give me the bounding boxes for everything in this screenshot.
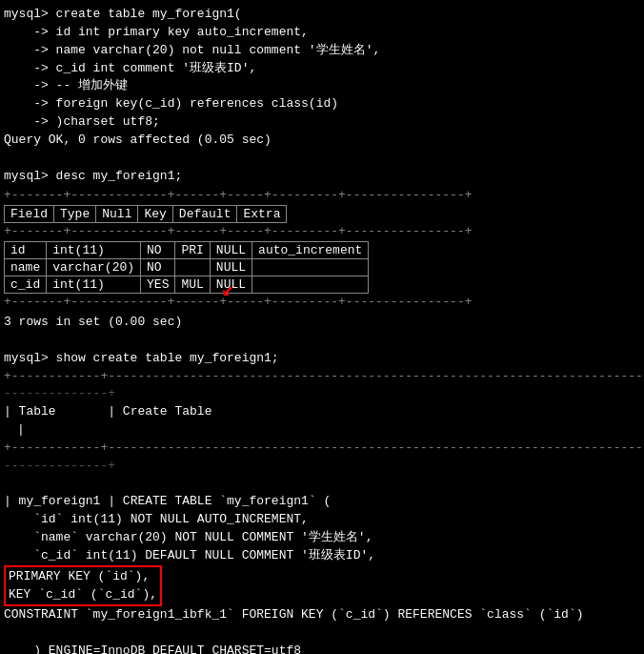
desc-header-row: Field Type Null Key Default Extra [5,206,287,223]
desc-sep-bot: +-------+-------------+------+-----+----… [4,294,472,312]
show-table-name: my_foreign1 [19,494,101,508]
row3-extra [252,276,369,294]
row1-field: id [5,242,47,259]
row3-null: YES [141,276,175,294]
row2-field: name [5,259,47,276]
col-extra: Extra [237,206,287,223]
row2-key [175,259,210,276]
row1-default: NULL [210,242,252,259]
row3-field: c_id [5,276,47,294]
create-line6: -> )charset utf8; [4,113,640,132]
row2-default: NULL [210,259,252,276]
table-row: name varchar(20) NO NULL [5,259,369,276]
highlight-block: PRIMARY KEY (`id`), KEY `c_id` (`c_id`), [4,565,162,607]
desc-sep-top: +-------+-------------+------+-----+----… [4,187,640,205]
show-sep-mid: +------------+--------------------------… [4,439,640,458]
desc-cmd: mysql> desc my_foreign1; [4,168,640,186]
show-header-row: | Table | Create Table [4,403,640,421]
col-null: Null [96,206,138,223]
create-line4: -> -- 增加外键 [4,77,640,95]
sep-with-arrow: +-------+-------------+------+-----+----… [4,294,640,312]
col-default: Default [172,206,237,223]
col-type: Type [54,206,96,223]
highlighted-lines: PRIMARY KEY (`id`), KEY `c_id` (`c_id`), [4,565,162,607]
show-l2: `name` varchar(20) NOT NULL COMMENT '学生姓… [4,529,640,547]
row2-null: NO [141,259,175,276]
row1-key: PRI [175,242,210,259]
show-col-create: Create Table [123,404,212,419]
show-l1: `id` int(11) NOT NULL AUTO_INCREMENT, [4,511,640,529]
blank2 [4,332,640,350]
row1-extra: auto_increment [252,242,369,259]
show-sep-mid2: --------------+ [4,458,640,476]
show-l4-h2: KEY `c_id` (`c_id`), [9,586,157,604]
show-sep-top2: --------------+ [4,385,640,403]
row3-key: MUL [175,276,210,294]
red-arrow-icon: ↙ [221,276,233,302]
show-col-table: Table [19,404,56,419]
blank3 [4,476,640,494]
desc-sep-mid: +-------+-------------+------+-----+----… [4,223,640,241]
row2-extra [252,259,369,276]
col-key: Key [138,206,172,223]
terminal: mysql> create table my_foreign1( -> id i… [0,0,644,654]
show-l5: CONSTRAINT `my_foreign1_ibfk_1` FOREIGN … [4,606,640,624]
desc-rows: 3 rows in set (0.00 sec) [4,314,640,332]
table-row: id int(11) NO PRI NULL auto_increment [5,242,369,259]
create-line1: -> id int primary key auto_increment, [4,24,640,42]
row1-type: int(11) [47,242,141,259]
show-header-continuation: | [4,421,640,439]
create-result: Query OK, 0 rows affected (0.05 sec) [4,132,640,150]
row3-type: int(11) [47,276,141,294]
create-line3: -> c_id int comment '班级表ID', [4,60,640,78]
desc-data-table: id int(11) NO PRI NULL auto_increment na… [4,241,369,294]
show-l3: `c_id` int(11) DEFAULT NULL COMMENT '班级表… [4,547,640,565]
row1-null: NO [141,242,175,259]
table-row: c_id int(11) YES MUL NULL [5,276,369,294]
create-cmd-line: mysql> create table my_foreign1( [4,6,640,24]
show-create: CREATE TABLE `my_foreign1` ( [123,494,331,508]
show-l6: ) ENGINE=InnoDB DEFAULT CHARSET=utf8 | [4,624,640,654]
desc-table: Field Type Null Key Default Extra [4,205,287,223]
show-l4-h1: PRIMARY KEY (`id`), [9,568,157,586]
show-cmd: mysql> show create table my_foreign1; [4,350,640,368]
desc-table-container: +-------+-------------+------+-----+----… [4,185,640,314]
show-table-name-row: | my_foreign1 | CREATE TABLE `my_foreign… [4,493,640,511]
row2-type: varchar(20) [47,259,141,276]
blank1 [4,150,640,168]
show-sep-top1: +------------+--------------------------… [4,368,640,386]
create-line5: -> foreign key(c_id) references class(id… [4,95,640,113]
col-field: Field [5,206,54,223]
create-line2: -> name varchar(20) not null comment '学生… [4,42,640,60]
